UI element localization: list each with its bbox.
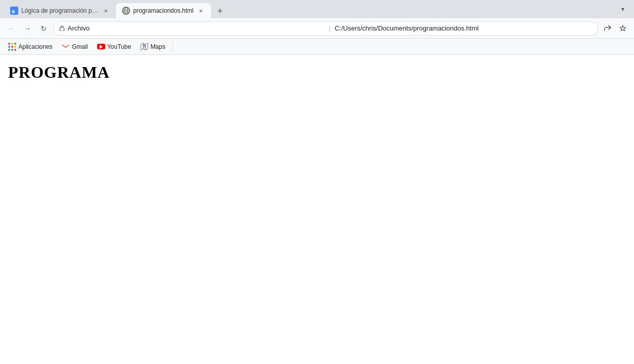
protocol-text: Archivo: [68, 24, 325, 32]
address-actions: [600, 21, 630, 36]
tab-1-favicon: a: [10, 7, 18, 15]
title-bar: a Lógica de programación parte 1 ✕ progr…: [0, 0, 634, 18]
gmail-icon: [62, 43, 70, 51]
aplicaciones-icon: [8, 43, 16, 51]
page-heading: PROGRAMA: [8, 63, 626, 82]
maps-icon: [140, 43, 148, 51]
tab-2-title: programaciondos.html: [133, 7, 194, 14]
youtube-label: YouTube: [107, 43, 131, 50]
svg-rect-8: [62, 44, 70, 50]
tab-2-favicon: [122, 7, 130, 15]
url-bar[interactable]: Archivo | C:/Users/chris/Documents/progr…: [53, 21, 598, 36]
share-button[interactable]: [600, 21, 615, 36]
bookmark-maps[interactable]: Maps: [136, 41, 169, 53]
url-separator: |: [329, 24, 330, 32]
gmail-label: Gmail: [72, 43, 87, 50]
bookmark-gmail[interactable]: Gmail: [57, 41, 92, 53]
youtube-icon: [97, 43, 105, 51]
tab-1[interactable]: a Lógica de programación parte 1 ✕: [4, 3, 116, 18]
svg-point-10: [144, 45, 145, 46]
url-text: C:/Users/chris/Documents/programaciondos…: [335, 24, 592, 32]
tab-2[interactable]: programaciondos.html ✕: [116, 3, 211, 18]
new-tab-button[interactable]: +: [213, 4, 227, 18]
tab-2-close[interactable]: ✕: [197, 7, 205, 15]
protocol-icon: [59, 25, 65, 32]
maps-label: Maps: [150, 43, 165, 50]
back-button[interactable]: ←: [4, 21, 18, 36]
bookmark-star-button[interactable]: [616, 21, 630, 36]
page-content: PROGRAMA: [0, 55, 634, 364]
svg-text:a: a: [12, 8, 15, 14]
bookmarks-bar: Aplicaciones Gmail YouTube: [0, 39, 634, 55]
bookmarks-divider: [172, 42, 173, 52]
tabs-container: a Lógica de programación parte 1 ✕ progr…: [4, 0, 616, 18]
bookmark-aplicaciones[interactable]: Aplicaciones: [4, 41, 56, 53]
refresh-button[interactable]: ↻: [37, 21, 51, 36]
svg-rect-7: [60, 27, 64, 31]
tab-1-close[interactable]: ✕: [102, 7, 110, 15]
address-bar: ← → ↻ Archivo | C:/Users/chris/Documents…: [0, 18, 634, 39]
tab-list-chevron[interactable]: ▾: [616, 2, 630, 16]
bookmark-youtube[interactable]: YouTube: [93, 41, 135, 53]
aplicaciones-label: Aplicaciones: [18, 43, 52, 50]
forward-button[interactable]: →: [20, 21, 35, 36]
tab-1-title: Lógica de programación parte 1: [21, 7, 99, 14]
